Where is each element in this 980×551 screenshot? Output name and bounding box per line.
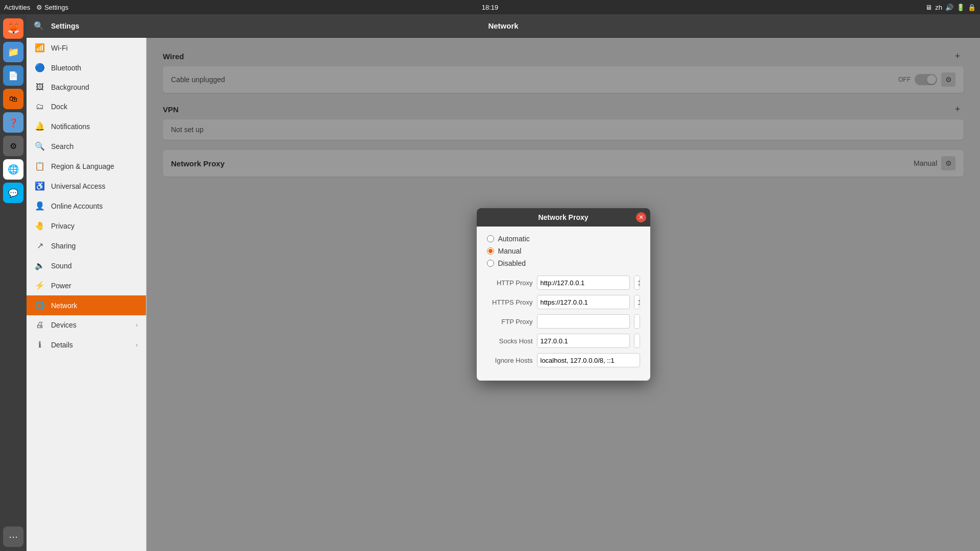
universal-icon: ♿	[35, 181, 45, 191]
page-title: Network	[488, 21, 518, 30]
https-proxy-row: HTTPS Proxy − +	[487, 295, 640, 309]
taskbar-writer[interactable]: 📄	[3, 65, 23, 86]
sidebar-item-sound-label: Sound	[51, 262, 138, 270]
sidebar-item-universal-label: Universal Access	[51, 182, 138, 190]
radio-automatic-input[interactable]	[487, 235, 494, 242]
sidebar-item-bluetooth[interactable]: 🔵 Bluetooth	[27, 58, 146, 78]
radio-manual[interactable]: Manual	[487, 247, 640, 255]
taskbar-files[interactable]: 📁	[3, 42, 23, 62]
sidebar-item-background[interactable]: 🖼 Background	[27, 78, 146, 97]
volume-icon: 🔊	[945, 4, 953, 11]
socks-host-label: Socks Host	[487, 337, 533, 345]
sidebar-item-notifications[interactable]: 🔔 Notifications	[27, 116, 146, 136]
radio-disabled[interactable]: Disabled	[487, 259, 640, 267]
sidebar-item-universal[interactable]: ♿ Universal Access	[27, 176, 146, 196]
socks-host-input[interactable]	[537, 334, 630, 348]
sidebar-item-sharing[interactable]: ↗ Sharing	[27, 236, 146, 256]
sidebar-item-sound[interactable]: 🔈 Sound	[27, 256, 146, 276]
https-proxy-port-input[interactable]	[634, 295, 640, 309]
ignore-hosts-row: Ignore Hosts	[487, 353, 640, 367]
search-icon: 🔍	[35, 141, 45, 151]
https-proxy-host-input[interactable]	[537, 295, 630, 309]
network-icon: 🌐	[35, 300, 45, 310]
ignore-hosts-label: Ignore Hosts	[487, 357, 533, 364]
sidebar-item-sharing-label: Sharing	[51, 242, 138, 250]
sidebar-item-power[interactable]: ⚡ Power	[27, 276, 146, 295]
radio-disabled-input[interactable]	[487, 260, 494, 267]
sidebar-item-wifi-label: Wi-Fi	[51, 44, 138, 52]
dialog-overlay: Network Proxy ✕ Automatic Man	[146, 38, 980, 551]
taskbar-chrome[interactable]: 🌐	[3, 159, 23, 180]
sidebar-item-privacy-label: Privacy	[51, 222, 138, 230]
http-proxy-host-input[interactable]	[537, 276, 630, 290]
socks-host-port-wrapper: − +	[634, 334, 640, 348]
http-proxy-row: HTTP Proxy − +	[487, 276, 640, 290]
power-icon: ⚡	[35, 281, 45, 290]
wifi-icon: 📶	[35, 43, 45, 53]
headerbar: 🔍 Settings Network	[27, 14, 980, 38]
https-proxy-label: HTTPS Proxy	[487, 298, 533, 306]
topbar: Activities ⚙ Settings 18:19 🖥 zh 🔊 🔋 🔒	[0, 0, 980, 14]
sharing-icon: ↗	[35, 241, 45, 251]
dialog-body: Automatic Manual Disabled	[477, 227, 650, 381]
radio-automatic[interactable]: Automatic	[487, 235, 640, 243]
devices-chevron-icon: ›	[136, 321, 138, 329]
taskbar-help[interactable]: ❓	[3, 112, 23, 133]
app-title: Settings	[51, 22, 79, 30]
battery-icon: 🔋	[957, 4, 965, 11]
sidebar-item-details-label: Details	[51, 341, 130, 349]
sidebar-item-devices-label: Devices	[51, 321, 130, 329]
dock-icon: 🗂	[35, 102, 45, 111]
network-proxy-dialog: Network Proxy ✕ Automatic Man	[477, 208, 650, 381]
taskbar: 🦊 📁 📄 🛍 ❓ ⚙ 🌐 💬 ⋯	[0, 14, 27, 551]
details-icon: ℹ	[35, 340, 45, 349]
sidebar-item-network-label: Network	[51, 302, 138, 310]
sidebar-item-bluetooth-label: Bluetooth	[51, 64, 138, 72]
sidebar-item-privacy[interactable]: 🤚 Privacy	[27, 216, 146, 236]
sidebar-item-online-accounts[interactable]: 👤 Online Accounts	[27, 196, 146, 216]
dialog-titlebar: Network Proxy ✕	[477, 208, 650, 227]
ftp-proxy-host-input[interactable]	[537, 314, 630, 329]
app-window: 🔍 Settings Network 📶 Wi-Fi 🔵 Bluetooth 🖼…	[27, 14, 980, 551]
status-icons: 🖥 zh 🔊 🔋 🔒	[925, 4, 976, 11]
bluetooth-icon: 🔵	[35, 63, 45, 72]
dialog-title: Network Proxy	[538, 213, 588, 221]
http-proxy-label: HTTP Proxy	[487, 279, 533, 287]
sidebar-item-devices[interactable]: 🖨 Devices ›	[27, 315, 146, 335]
taskbar-skype[interactable]: 💬	[3, 183, 23, 203]
sidebar-item-dock[interactable]: 🗂 Dock	[27, 97, 146, 116]
ftp-proxy-port-wrapper: − +	[634, 314, 640, 329]
taskbar-firefox[interactable]: 🦊	[3, 18, 23, 39]
sidebar-item-online-accounts-label: Online Accounts	[51, 202, 138, 210]
sidebar-item-region[interactable]: 📋 Region & Language	[27, 156, 146, 176]
radio-manual-label: Manual	[498, 247, 522, 255]
socks-host-row: Socks Host − +	[487, 334, 640, 348]
sidebar-item-dock-label: Dock	[51, 103, 138, 111]
show-apps-icon: ⋯	[9, 531, 18, 542]
taskbar-settings[interactable]: ⚙	[3, 136, 23, 156]
http-proxy-port-wrapper: − +	[634, 276, 640, 290]
taskbar-shop[interactable]: 🛍	[3, 89, 23, 109]
sidebar-item-network[interactable]: 🌐 Network	[27, 295, 146, 315]
radio-manual-input[interactable]	[487, 247, 494, 255]
dialog-close-button[interactable]: ✕	[636, 212, 646, 222]
radio-disabled-label: Disabled	[498, 259, 526, 267]
socks-host-port-input[interactable]	[634, 334, 640, 348]
https-proxy-port-wrapper: − +	[634, 295, 640, 309]
ftp-proxy-label: FTP Proxy	[487, 318, 533, 325]
ftp-proxy-port-input[interactable]	[634, 314, 640, 329]
show-apps-button[interactable]: ⋯	[3, 527, 23, 547]
sidebar-item-search[interactable]: 🔍 Search	[27, 136, 146, 156]
search-button[interactable]: 🔍	[31, 18, 47, 34]
http-proxy-port-input[interactable]	[634, 276, 640, 290]
sidebar-item-details[interactable]: ℹ Details ›	[27, 335, 146, 355]
ftp-proxy-row: FTP Proxy − +	[487, 314, 640, 329]
sidebar-item-region-label: Region & Language	[51, 162, 138, 170]
ignore-hosts-input[interactable]	[537, 353, 640, 367]
sound-icon: 🔈	[35, 261, 45, 270]
region-icon: 📋	[35, 161, 45, 171]
radio-automatic-label: Automatic	[498, 235, 530, 243]
settings-app-label[interactable]: ⚙ Settings	[36, 4, 68, 11]
sidebar-item-wifi[interactable]: 📶 Wi-Fi	[27, 38, 146, 58]
activities-label[interactable]: Activities	[4, 4, 30, 11]
